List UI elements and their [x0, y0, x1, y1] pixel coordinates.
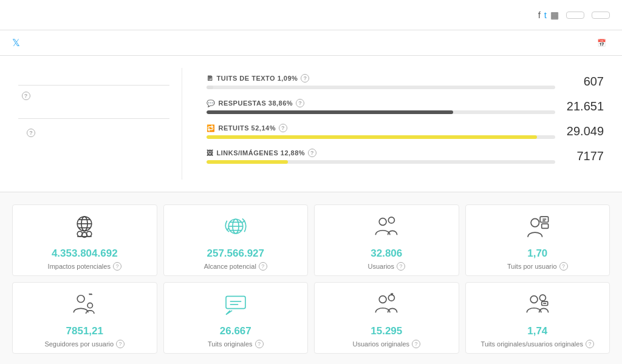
- bottom-grid: 4.353.804.692 Impactos potenciales ? 257…: [0, 192, 622, 364]
- globe-rotate-icon: [223, 214, 248, 243]
- metric-value: 1,74: [527, 325, 547, 337]
- metric-help-icon[interactable]: ?: [255, 340, 264, 348]
- progress-bar-fill: [207, 86, 213, 89]
- original-tweets-users-icon: [525, 291, 550, 320]
- metric-card: 15.295 Usuarios originales ?: [314, 282, 459, 354]
- main-content: ? ? 🖹 TUITS DE TEXTO 1,09% ? 607 💬: [0, 56, 622, 192]
- economic-help-icon[interactable]: ?: [27, 129, 35, 137]
- progress-bar-fill: [207, 135, 537, 139]
- followers-user-icon: [72, 291, 97, 320]
- original-tweets-icon: [223, 291, 248, 320]
- metric-help-icon[interactable]: ?: [559, 262, 568, 271]
- english-button[interactable]: [566, 12, 584, 19]
- progress-bar-bg: [207, 86, 555, 89]
- metric-card: 7851,21 Seguidores por usuario ?: [12, 282, 157, 354]
- svg-point-34: [539, 295, 545, 301]
- facebook-icon[interactable]: f: [538, 10, 541, 20]
- globe-users-icon: [72, 214, 97, 243]
- stat-row: 💬 RESPUESTAS 38,86% ? 21.651: [207, 99, 604, 114]
- metric-card: 26.667 Tuits originales ?: [163, 282, 309, 354]
- stat-help-icon[interactable]: ?: [296, 99, 304, 107]
- economic-amount: ?: [24, 129, 35, 137]
- stat-value: 607: [561, 75, 604, 89]
- stat-value: 7177: [561, 149, 604, 163]
- sub-header: 𝕏 📅: [0, 30, 622, 56]
- metric-value: 26.667: [220, 325, 251, 337]
- metric-value: 7851,21: [66, 325, 103, 337]
- twitter-bird-icon: 𝕏: [12, 37, 20, 49]
- metric-label: Alcance potencial ?: [204, 262, 267, 271]
- metric-value: 4.353.804.692: [52, 248, 118, 260]
- svg-point-30: [389, 295, 395, 301]
- economic-value-section: ?: [18, 118, 169, 137]
- metric-help-icon[interactable]: ?: [586, 340, 594, 348]
- metric-card: 32.806 Usuarios ?: [314, 204, 459, 276]
- metric-card: 1,70 Tuits por usuario ?: [465, 204, 610, 276]
- metric-value: 257.566.927: [207, 248, 264, 260]
- stat-row-left: 💬 RESPUESTAS 38,86% ?: [207, 99, 555, 114]
- stat-row-left: 🖹 TUITS DE TEXTO 1,09% ?: [207, 74, 555, 89]
- metric-help-icon[interactable]: ?: [397, 262, 405, 271]
- social-icons: f t ▦: [538, 10, 559, 21]
- svg-point-22: [87, 303, 92, 308]
- stat-help-icon[interactable]: ?: [301, 74, 309, 83]
- stat-row-left: 🖼 LINKS/IMÁGENES 12,88% ?: [207, 149, 555, 164]
- metric-card: 1,74 Tuits originales/usuarios originale…: [465, 282, 610, 354]
- header-right: f t ▦: [531, 10, 610, 21]
- stat-value: 21.651: [561, 99, 604, 113]
- original-users-icon: [374, 291, 399, 320]
- svg-point-29: [379, 296, 386, 303]
- metric-value: 1,70: [527, 248, 547, 260]
- stat-row: 🖹 TUITS DE TEXTO 1,09% ? 607: [207, 74, 604, 89]
- metric-help-icon[interactable]: ?: [412, 340, 420, 348]
- calendar-icon: 📅: [597, 39, 606, 47]
- progress-bar-bg: [207, 160, 555, 164]
- share-link-icon[interactable]: ▦: [550, 10, 559, 21]
- metric-help-icon[interactable]: ?: [113, 262, 121, 271]
- stat-title: 🖹 TUITS DE TEXTO 1,09% ?: [207, 74, 555, 83]
- stat-help-icon[interactable]: ?: [308, 149, 316, 157]
- total-tweets-label: ?: [18, 85, 169, 100]
- metric-label: Usuarios originales ?: [352, 340, 420, 348]
- svg-rect-26: [226, 296, 245, 308]
- progress-bar-bg: [207, 135, 555, 139]
- account-info: 𝕏: [12, 37, 25, 49]
- stat-row: 🖼 LINKS/IMÁGENES 12,88% ? 7177: [207, 149, 604, 164]
- svg-point-15: [389, 217, 395, 223]
- right-panel: 🖹 TUITS DE TEXTO 1,09% ? 607 💬 RESPUESTA…: [194, 68, 610, 180]
- estadisticas-button[interactable]: [592, 12, 610, 19]
- svg-rect-20: [541, 224, 548, 229]
- stat-title: 🔁 RETUITS 52,14% ?: [207, 124, 555, 132]
- users-icon: [374, 214, 399, 243]
- svg-line-25: [91, 294, 92, 295]
- left-panel: ? ?: [12, 68, 182, 180]
- stat-row-left: 🔁 RETUITS 52,14% ?: [207, 124, 555, 139]
- metric-label: Seguidores por usuario ?: [44, 340, 125, 348]
- metric-label: Usuarios ?: [368, 262, 405, 271]
- twitter-icon[interactable]: t: [544, 10, 547, 20]
- metric-label: Tuits por usuario ?: [507, 262, 568, 271]
- metric-help-icon[interactable]: ?: [259, 262, 267, 271]
- svg-point-14: [379, 218, 386, 226]
- svg-point-33: [530, 296, 538, 303]
- progress-bar-fill: [207, 160, 288, 164]
- metric-label: Tuits originales ?: [208, 340, 264, 348]
- metric-label: Impactos potenciales ?: [48, 262, 121, 271]
- stat-title: 💬 RESPUESTAS 38,86% ?: [207, 99, 555, 107]
- date-range: 📅: [597, 39, 610, 47]
- metric-value: 15.295: [371, 325, 402, 337]
- stat-help-icon[interactable]: ?: [279, 124, 287, 132]
- stat-value: 29.049: [561, 124, 604, 138]
- tweets-user-icon: [525, 214, 550, 243]
- stat-row: 🔁 RETUITS 52,14% ? 29.049: [207, 124, 604, 139]
- header: f t ▦: [0, 0, 622, 30]
- stat-title: 🖼 LINKS/IMÁGENES 12,88% ?: [207, 149, 555, 157]
- metric-card: 4.353.804.692 Impactos potenciales ?: [12, 204, 157, 276]
- metric-label: Tuits originales/usuarios originales ?: [481, 340, 594, 348]
- total-tweets-help-icon[interactable]: ?: [22, 92, 30, 100]
- svg-point-16: [531, 218, 539, 226]
- metric-help-icon[interactable]: ?: [116, 340, 125, 348]
- progress-bar-bg: [207, 110, 555, 114]
- svg-point-21: [77, 295, 84, 303]
- metric-card: 257.566.927 Alcance potencial ?: [163, 204, 309, 276]
